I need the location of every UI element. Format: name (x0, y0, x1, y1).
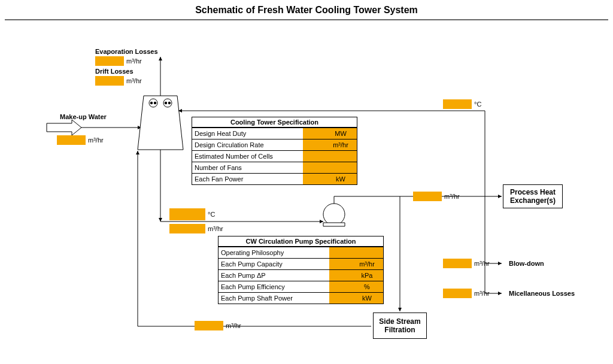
tower-out-temp-value (169, 208, 205, 220)
cw-pump-spec-table: CW Circulation Pump Specification Operat… (218, 236, 384, 304)
cooling-tower-spec-table: Cooling Tower Specification Design Heat … (192, 117, 357, 185)
svg-point-4 (154, 102, 156, 104)
filtration-return-value (195, 321, 223, 330)
side-stream-box: Side Stream Filtration (373, 313, 427, 339)
title-divider (5, 19, 608, 20)
pump-icon (323, 204, 345, 226)
cooling-tower-spec-title: Cooling Tower Specification (192, 117, 357, 128)
filtration-return-unit: m³/hr (226, 321, 241, 330)
table-row: Each Pump Shaft PowerkW (219, 293, 383, 304)
tower-out-flow-value (169, 224, 205, 233)
drift-losses-label: Drift Losses (95, 68, 133, 75)
svg-point-10 (323, 204, 345, 225)
cooling-tower-icon (138, 96, 183, 150)
tower-out-flow-unit: m³/hr (208, 224, 223, 233)
table-row: Operating Philosophy (219, 247, 383, 259)
svg-point-1 (149, 99, 157, 107)
makeup-water-value (57, 135, 86, 145)
svg-point-2 (163, 99, 172, 107)
blowdown-value (443, 259, 472, 268)
table-row: Each Pump Capacitym³/hr (219, 259, 383, 270)
diagram-title: Schematic of Fresh Water Cooling Tower S… (0, 5, 613, 16)
misc-losses-value (443, 289, 472, 298)
table-row: Each Pump ΔPkPa (219, 270, 383, 281)
drift-losses-unit: m³/hr (126, 76, 142, 86)
return-temp-value (443, 99, 472, 109)
drift-losses-value (95, 76, 124, 86)
makeup-arrow-icon (47, 120, 81, 135)
to-hx-flow-unit: m³/hr (444, 192, 460, 201)
makeup-water-unit: m³/hr (88, 135, 104, 145)
evap-losses-unit: m³/hr (126, 56, 142, 66)
process-hx-box: Process Heat Exchanger(s) (503, 184, 563, 208)
svg-point-5 (165, 102, 167, 104)
table-row: Each Pump Efficiency% (219, 281, 383, 293)
svg-point-6 (168, 102, 171, 104)
misc-losses-label: Micellaneous Losses (509, 290, 575, 297)
tower-out-temp-unit: °C (208, 210, 215, 219)
return-temp-unit: °C (474, 99, 481, 109)
table-row: Number of Fans (192, 162, 357, 174)
evap-losses-label: Evaporation Losses (95, 48, 158, 55)
table-row: Design Circulation Ratem³/hr (192, 139, 357, 151)
process-hx-label: Process Heat Exchanger(s) (506, 188, 560, 205)
cw-pump-spec-title: CW Circulation Pump Specification (219, 236, 383, 247)
side-stream-label: Side Stream Filtration (376, 317, 424, 334)
table-row: Design Heat DutyMW (192, 128, 357, 139)
misc-losses-unit: m³/hr (474, 289, 490, 298)
to-hx-flow-value (413, 192, 442, 201)
table-row: Each Fan PowerkW (192, 174, 357, 185)
blowdown-unit: m³/hr (474, 259, 490, 268)
blowdown-label: Blow-down (509, 260, 544, 267)
evap-losses-value (95, 56, 124, 66)
diagram-canvas: Schematic of Fresh Water Cooling Tower S… (0, 0, 613, 364)
makeup-water-label: Make-up Water (60, 113, 107, 120)
table-row: Estimated Number of Cells (192, 151, 357, 162)
svg-point-3 (150, 102, 153, 104)
